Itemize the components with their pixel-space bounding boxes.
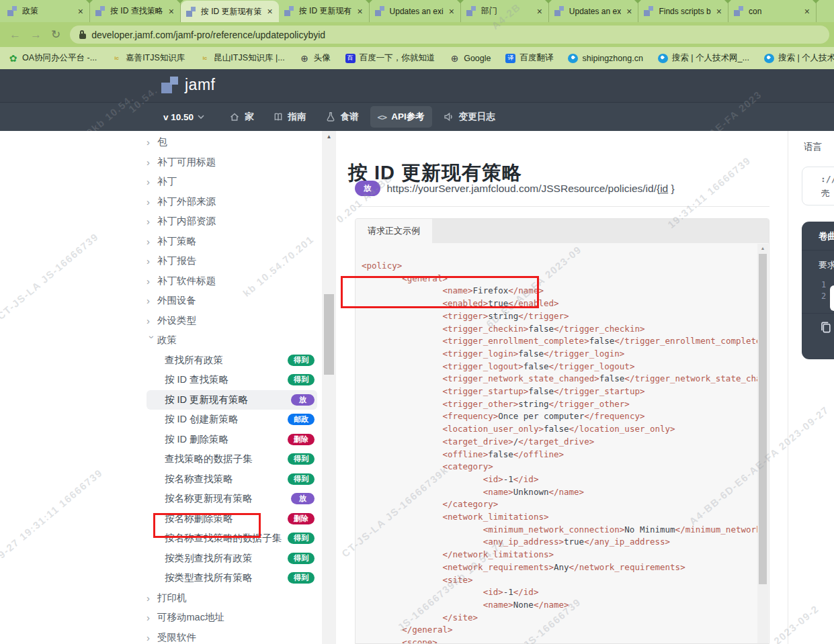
tab-close-icon[interactable]: × bbox=[626, 7, 632, 16]
sidebar-group-expanded[interactable]: ›政策 bbox=[147, 330, 317, 351]
nav-item-code[interactable]: <>API参考 bbox=[370, 106, 432, 128]
language-shell-button[interactable]: :// 壳 bbox=[802, 167, 834, 205]
chevron-right-icon: › bbox=[147, 612, 157, 623]
sidebar-group-collapsed[interactable]: ›补丁 bbox=[147, 172, 317, 192]
jamf-favicon bbox=[644, 6, 654, 16]
chevron-right-icon: › bbox=[147, 236, 157, 246]
sidebar-group-collapsed[interactable]: ›补丁可用标题 bbox=[147, 152, 317, 173]
sidebar-endpoint-item[interactable]: 查找所有政策得到 bbox=[147, 351, 317, 371]
nav-item-book[interactable]: 指南 bbox=[265, 106, 314, 128]
refresh-icon[interactable]: ↻ bbox=[51, 29, 60, 40]
address-bar[interactable]: developer.jamf.com/jamf-pro/reference/up… bbox=[70, 26, 829, 44]
sidebar-group-collapsed[interactable]: ›补丁策略 bbox=[147, 232, 317, 252]
bookmark-item[interactable]: ic昆山ITJS知识库 |... bbox=[200, 52, 284, 64]
sidebar-group-collapsed[interactable]: ›补丁内部资源 bbox=[147, 212, 317, 232]
tab-close-icon[interactable]: × bbox=[448, 7, 455, 16]
sidebar-endpoint-item[interactable]: 按名称删除策略删除 bbox=[147, 509, 317, 529]
sidebar-endpoint-item[interactable]: 查找策略的数据子集得到 bbox=[147, 449, 317, 469]
sidebar-endpoint-item[interactable]: 按 ID 创建新策略邮政 bbox=[147, 410, 317, 430]
sidebar-group-collapsed[interactable]: ›可移动mac地址 bbox=[147, 608, 317, 628]
code-line-numbers: 12 bbox=[802, 271, 834, 302]
sidebar-scrollbar-thumb[interactable] bbox=[324, 294, 334, 375]
browser-tab[interactable]: 按 ID 更新现有策× bbox=[181, 1, 279, 22]
sidebar-endpoint-label: 按名称更新现有策略 bbox=[165, 492, 253, 505]
sidebar-group-label: 补丁 bbox=[157, 175, 177, 188]
nav-item-home[interactable]: 家 bbox=[222, 106, 261, 128]
sidebar-endpoint-item[interactable]: 按名称更新现有策略放 bbox=[147, 489, 317, 509]
sidebar-endpoint-item[interactable]: 按 ID 更新现有策略放 bbox=[147, 390, 317, 410]
sidebar-endpoint-item[interactable]: 按名称查找策略的数据子集得到 bbox=[147, 528, 317, 549]
try-it-button-partial[interactable] bbox=[830, 285, 834, 311]
bookmark-label: shipingzhong.cn bbox=[582, 54, 642, 63]
scroll-up-icon[interactable]: ▲ bbox=[757, 246, 768, 250]
jamf-logo[interactable]: jamf bbox=[161, 76, 215, 94]
endpoint-url: https://yourServer.jamfcloud.com/JSSReso… bbox=[387, 183, 675, 195]
bookmark-label: 昆山ITJS知识库 |... bbox=[214, 52, 284, 64]
shell-icon: :// bbox=[821, 174, 834, 184]
sidebar-group-collapsed[interactable]: ›外设类型 bbox=[147, 311, 317, 331]
version-selector[interactable]: v 10.50 bbox=[163, 112, 204, 122]
speaker-icon bbox=[444, 111, 454, 122]
sidebar-endpoint-item[interactable]: 按类别查找所有政策得到 bbox=[147, 549, 317, 569]
bookmark-item[interactable]: 搜索 | 个人技术网_... bbox=[764, 52, 834, 64]
back-icon[interactable]: ← bbox=[9, 29, 21, 40]
browser-tab[interactable]: 按 ID 查找策略× bbox=[90, 0, 181, 22]
sidebar-scrollbar[interactable]: ▲ bbox=[322, 131, 336, 644]
browser-tab[interactable]: 按 ID 更新现有× bbox=[279, 0, 370, 22]
site-nav: v 10.50 家指南食谱<>API参考变更日志 bbox=[0, 102, 834, 131]
browser-tab[interactable]: Updates an ex× bbox=[549, 0, 639, 22]
sidebar-group-collapsed[interactable]: ›补丁报告 bbox=[147, 251, 317, 271]
bookmark-item[interactable]: 译百度翻译 bbox=[505, 52, 553, 64]
bookmark-item[interactable]: ⊕头像 bbox=[300, 52, 331, 64]
sidebar-group-label: 可移动mac地址 bbox=[157, 611, 224, 624]
bookmark-item[interactable]: ⊕Google bbox=[450, 53, 491, 63]
endpoint-id-param[interactable]: id bbox=[660, 183, 668, 194]
code-scrollbar[interactable]: ▲ bbox=[757, 244, 768, 644]
nav-item-flask[interactable]: 食谱 bbox=[318, 106, 366, 128]
forward-icon[interactable]: → bbox=[30, 29, 42, 40]
sidebar-group-collapsed[interactable]: ›打印机 bbox=[147, 588, 317, 608]
jamf-favicon bbox=[7, 6, 17, 16]
tab-label: Updates an exi bbox=[390, 7, 444, 16]
bookmark-item[interactable]: ✿OA协同办公平台 -... bbox=[8, 52, 97, 64]
bookmark-item[interactable]: 百百度一下，你就知道 bbox=[345, 52, 435, 64]
tab-close-icon[interactable]: × bbox=[716, 7, 722, 16]
sidebar-endpoint-item[interactable]: 按名称查找策略得到 bbox=[147, 469, 317, 490]
tab-label: Updates an ex bbox=[569, 7, 621, 16]
tab-close-icon[interactable]: × bbox=[267, 7, 274, 16]
sidebar-group-collapsed[interactable]: ›补丁软件标题 bbox=[147, 271, 317, 291]
browser-tab[interactable]: 部门× bbox=[461, 0, 549, 22]
tab-close-icon[interactable]: × bbox=[536, 7, 543, 16]
tab-close-icon[interactable]: × bbox=[77, 7, 84, 16]
sidebar-group-label: 补丁报告 bbox=[157, 255, 196, 267]
curl-tab[interactable]: 卷曲 bbox=[802, 222, 834, 250]
bookmark-item[interactable]: 搜索 | 个人技术网_... bbox=[658, 52, 749, 64]
sidebar-group-collapsed[interactable]: ›外围设备 bbox=[147, 291, 317, 311]
bookmark-item[interactable]: ic嘉善ITJS知识库 bbox=[112, 52, 185, 64]
browser-tab[interactable]: con× bbox=[728, 0, 817, 22]
sidebar-endpoint-item[interactable]: 按 ID 查找策略得到 bbox=[147, 370, 317, 390]
request-body-tab[interactable]: 请求正文示例 bbox=[356, 219, 432, 243]
nav-item-speaker[interactable]: 变更日志 bbox=[436, 106, 503, 128]
browser-tab[interactable]: Finds scripts b× bbox=[638, 0, 728, 22]
code-scrollbar-thumb[interactable] bbox=[759, 254, 767, 584]
sidebar-group-collapsed[interactable]: ›受限软件 bbox=[147, 628, 317, 644]
sidebar-group-label: 补丁软件标题 bbox=[157, 275, 216, 287]
scroll-up-icon[interactable]: ▲ bbox=[322, 134, 336, 140]
clipboard-icon[interactable] bbox=[819, 321, 832, 334]
bookmark-item[interactable]: shipingzhong.cn bbox=[568, 54, 642, 63]
tab-close-icon[interactable]: × bbox=[168, 7, 175, 16]
gear-bookmark-icon: ✿ bbox=[8, 53, 18, 63]
browser-tab[interactable]: Updates an exi× bbox=[370, 0, 461, 22]
sidebar-group-collapsed[interactable]: ›包 bbox=[147, 132, 317, 152]
sidebar-endpoint-item[interactable]: 按 ID 删除策略删除 bbox=[147, 430, 317, 450]
jamf-favicon bbox=[466, 6, 476, 16]
tab-close-icon[interactable]: × bbox=[804, 7, 810, 16]
browser-tab[interactable]: 政策× bbox=[2, 0, 90, 22]
sidebar-group-label: 补丁策略 bbox=[157, 235, 196, 248]
tab-close-icon[interactable]: × bbox=[356, 7, 363, 16]
home-icon bbox=[229, 111, 240, 122]
sidebar-group-collapsed[interactable]: ›补丁外部来源 bbox=[147, 192, 317, 212]
address-url[interactable]: developer.jamf.com/jamf-pro/reference/up… bbox=[91, 30, 325, 40]
sidebar-endpoint-item[interactable]: 按类型查找所有策略得到 bbox=[147, 568, 317, 588]
